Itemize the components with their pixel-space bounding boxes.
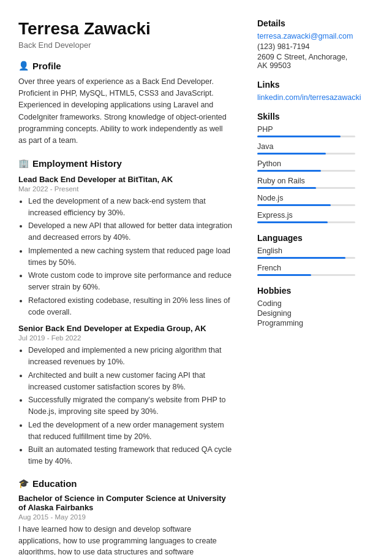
phone-text: (123) 981-7194 [257,42,355,51]
language-name: French [257,264,355,272]
skill-name: Python [257,159,355,168]
skill-bar-bg [257,221,355,223]
skill-item: Ruby on Rails [257,177,355,189]
languages-list: English French [257,247,355,276]
edu-dates-0: Aug 2015 - May 2019 [18,513,233,521]
profile-text: Over three years of experience as a Back… [18,76,233,147]
job-item-0: Lead Back End Developer at BitTitan, AK … [18,175,233,318]
skill-name: Ruby on Rails [257,177,355,185]
candidate-title: Back End Developer [18,40,233,50]
skill-bar-fill [257,136,341,137]
bullet: Architected and built a new customer fac… [28,370,233,393]
hobbies-list: CodingDesigningProgramming [257,299,355,327]
profile-section: 👤 Profile Over three years of experience… [18,61,233,147]
job-bullets-1: Developed and implemented a new pricing … [18,345,233,467]
skill-item: PHP [257,125,355,137]
bullet: Developed and implemented a new pricing … [28,345,233,368]
language-item: French [257,264,355,276]
language-item: English [257,247,355,259]
education-section-title: 🎓 Education [18,478,233,489]
skill-bar-bg [257,204,355,206]
skill-item: Node.js [257,194,355,206]
bullet: Wrote custom code to improve site perfor… [28,270,233,293]
skill-name: Express.js [257,211,355,220]
skills-list: PHP Java Python Ruby on Rails Node.js [257,125,355,223]
job-title-1: Senior Back End Developer at Expedia Gro… [18,324,233,333]
languages-section: Languages English French [257,233,355,276]
details-section: Details terresa.zawacki@gmail.com (123) … [257,18,355,70]
language-bar-fill [257,257,345,259]
skills-section: Skills PHP Java Python Ruby on Rails Nod… [257,112,355,223]
language-bar-bg [257,257,355,259]
email-link[interactable]: terresa.zawacki@gmail.com [257,32,355,40]
sidebar: Details terresa.zawacki@gmail.com (123) … [245,18,368,555]
links-title: Links [257,80,355,90]
skill-item: Express.js [257,211,355,223]
languages-title: Languages [257,233,355,243]
skill-item: Python [257,159,355,172]
bullet: Implemented a new caching system that re… [28,245,233,269]
bullet: Led the development of a new order manag… [28,419,233,443]
bullet: Led the development of a new back-end sy… [28,196,233,219]
skill-bar-fill [257,170,321,172]
skill-bar-bg [257,170,355,172]
education-section: 🎓 Education Bachelor of Science in Compu… [18,478,233,555]
linkedin-link[interactable]: linkedin.com/in/terresazawacki [257,93,355,102]
bullet: Developed a new API that allowed for bet… [28,220,233,243]
language-name: English [257,247,355,255]
skill-item: Java [257,142,355,155]
profile-section-title: 👤 Profile [18,61,233,71]
address-text: 2609 C Street, Anchorage, AK 99503 [257,53,355,70]
profile-icon: 👤 [18,61,29,71]
bullet: Successfully migrated the company's webs… [28,394,233,418]
edu-item-0: Bachelor of Science in Computer Science … [18,494,233,555]
edu-text-0: I have learned how to design and develop… [18,524,233,555]
employment-section-title: 🏢 Employment History [18,158,233,169]
hobbies-section: Hobbies CodingDesigningProgramming [257,286,355,327]
skill-name: Node.js [257,194,355,202]
candidate-name: Terresa Zawacki [18,18,233,39]
details-title: Details [257,18,355,28]
skill-name: Java [257,142,355,151]
skill-bar-fill [257,221,328,223]
job-title-0: Lead Back End Developer at BitTitan, AK [18,175,233,184]
employment-section: 🏢 Employment History Lead Back End Devel… [18,158,233,467]
resume-header: Terresa Zawacki Back End Developer [18,18,233,50]
bullet: Built an automated testing framework tha… [28,444,233,467]
hobbies-title: Hobbies [257,286,355,296]
hobby-item: Designing [257,309,355,318]
edu-degree-0: Bachelor of Science in Computer Science … [18,494,233,512]
links-section: Links linkedin.com/in/terresazawacki [257,80,355,102]
skill-bar-fill [257,153,326,155]
skill-bar-fill [257,187,316,189]
job-item-1: Senior Back End Developer at Expedia Gro… [18,324,233,467]
skill-bar-bg [257,136,355,137]
language-bar-fill [257,274,311,276]
bullet: Refactored existing codebase, resulting … [28,295,233,318]
job-bullets-0: Led the development of a new back-end sy… [18,196,233,318]
employment-icon: 🏢 [18,158,29,168]
hobby-item: Coding [257,299,355,308]
language-bar-bg [257,274,355,276]
hobby-item: Programming [257,319,355,327]
job-dates-0: Mar 2022 - Present [18,185,233,193]
skill-bar-bg [257,187,355,189]
skills-title: Skills [257,112,355,121]
education-icon: 🎓 [18,478,29,488]
skill-name: PHP [257,125,355,134]
skill-bar-bg [257,153,355,155]
job-dates-1: Jul 2019 - Feb 2022 [18,334,233,342]
skill-bar-fill [257,204,331,206]
